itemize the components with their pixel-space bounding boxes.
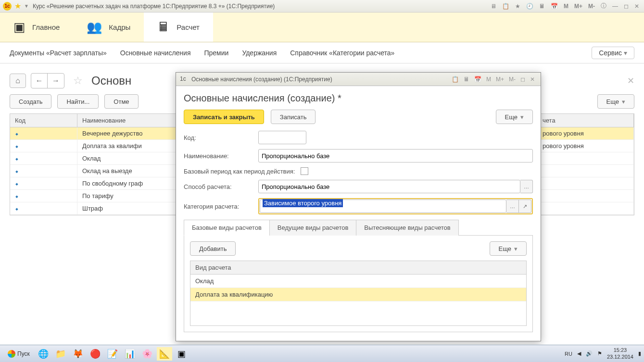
minimize-icon[interactable]: — — [610, 3, 620, 10]
cancel-button[interactable]: Отме — [104, 94, 138, 109]
nav-kadry[interactable]: 👥 Кадры — [73, 12, 144, 42]
taskbar-app-icon[interactable]: 📝 — [105, 347, 120, 361]
row-cat — [538, 202, 634, 214]
toolbar-icon[interactable]: 📅 — [549, 3, 560, 10]
taskbar-app-icon[interactable]: 🌸 — [139, 347, 155, 361]
toolbar-icon[interactable]: ★ — [513, 3, 522, 10]
clock[interactable]: 15:23 23.12.2014 — [607, 347, 633, 360]
method-input[interactable] — [258, 180, 520, 193]
volume-icon[interactable]: 🔊 — [586, 350, 593, 357]
taskbar-app-icon[interactable]: 📁 — [53, 347, 68, 361]
more-button[interactable]: Еще — [490, 241, 527, 256]
grid-spacer — [190, 301, 526, 325]
select-button[interactable]: … — [520, 180, 533, 193]
inner-grid-row[interactable]: Доплата за квалификацию — [190, 288, 526, 301]
language-indicator[interactable]: RU — [565, 351, 572, 357]
dialog-tabs: Базовые виды расчетов Ведущие виды расче… — [184, 219, 533, 236]
m-button[interactable]: M — [562, 3, 570, 10]
taskbar-app-icon[interactable]: 🔴 — [88, 347, 103, 361]
toolbar-icon[interactable]: 🖥 — [489, 3, 498, 10]
row-cat — [538, 177, 634, 189]
m-plus-button[interactable]: M+ — [572, 3, 584, 10]
home-button[interactable]: ⌂ — [10, 74, 26, 88]
subnav-item[interactable]: Справочник «Категории расчета» — [290, 49, 394, 57]
nav-label: Расчет — [177, 23, 200, 31]
page-close-icon[interactable]: ✕ — [627, 75, 634, 86]
m-button[interactable]: M — [484, 76, 493, 83]
toolbar-icon[interactable]: 🕘 — [524, 3, 535, 10]
favorite-star-icon[interactable]: ★ — [14, 1, 21, 11]
app-title: Курс «Решение расчетных задач на платфор… — [33, 3, 489, 10]
save-close-button[interactable]: Записать и закрыть — [184, 110, 264, 124]
back-button[interactable]: ← — [31, 74, 48, 88]
subnav-item[interactable]: Документы «Расчет зарплаты» — [10, 49, 107, 57]
tab-base[interactable]: Базовые виды расчетов — [184, 220, 270, 236]
dropdown-icon[interactable]: ▼ — [24, 3, 29, 9]
m-plus-button[interactable]: M+ — [494, 76, 506, 83]
col-cat[interactable]: чета — [538, 114, 634, 127]
toolbar-icon[interactable]: 📋 — [450, 76, 461, 83]
name-input[interactable] — [258, 149, 533, 162]
inner-grid-row[interactable]: Оклад — [190, 275, 526, 288]
nav-label: Кадры — [109, 23, 130, 31]
clock-date: 23.12.2014 — [607, 354, 633, 360]
subnav-item[interactable]: Основные начисления — [120, 49, 191, 57]
code-input[interactable] — [258, 131, 306, 144]
maximize-icon[interactable]: ◻ — [518, 76, 527, 83]
toolbar-icon[interactable]: 📋 — [500, 3, 511, 10]
toolbar-icon[interactable]: 🖩 — [537, 3, 547, 10]
select-button[interactable]: … — [506, 200, 519, 213]
dialog-heading: Основные начисления (создание) * — [184, 93, 533, 104]
taskbar-app-icon[interactable]: ▣ — [174, 347, 189, 361]
taskbar-app-icon[interactable]: 🌐 — [36, 347, 51, 361]
taskbar-app-icon[interactable]: 🦊 — [70, 347, 86, 361]
more-button[interactable]: Еще — [597, 94, 634, 109]
close-icon[interactable]: ✕ — [632, 3, 641, 10]
close-icon[interactable]: ✕ — [528, 76, 537, 83]
start-button[interactable]: Пуск — [3, 349, 35, 359]
base-period-checkbox[interactable] — [301, 167, 308, 175]
tab-leading[interactable]: Ведущие виды расчетов — [269, 220, 357, 236]
inner-grid-header[interactable]: Вид расчета — [190, 261, 526, 275]
form-row-code: Код: — [184, 131, 533, 144]
maximize-icon[interactable]: ◻ — [622, 3, 631, 10]
find-button[interactable]: Найти... — [57, 94, 99, 109]
system-tray: RU ◀ 🔊 ⚑ 15:23 23.12.2014 ▮ — [565, 347, 641, 360]
taskbar-app-icon[interactable]: 📊 — [122, 347, 138, 361]
dialog-logo-icon: 1c — [180, 75, 188, 83]
row-icon: ⬥ — [10, 202, 77, 214]
forward-button[interactable]: → — [48, 74, 64, 88]
tab-displacing[interactable]: Вытесняющие виды расчетов — [356, 220, 458, 236]
row-cat — [538, 165, 634, 177]
nav-main[interactable]: ▣ Главное — [0, 12, 73, 42]
row-icon: ⬥ — [10, 152, 77, 164]
tab-content: Добавить Еще Вид расчета Оклад Доплата з… — [184, 236, 533, 332]
create-button[interactable]: Создать — [10, 94, 51, 109]
taskbar-app-icon[interactable]: 📐 — [157, 347, 172, 361]
start-label: Пуск — [17, 350, 30, 357]
sub-nav: Документы «Расчет зарплаты» Основные нач… — [0, 42, 644, 63]
col-code[interactable]: Код — [10, 114, 77, 127]
save-button[interactable]: Записать — [271, 110, 316, 124]
toolbar-icon[interactable]: 🖩 — [462, 76, 471, 83]
m-minus-button[interactable]: M- — [586, 3, 597, 10]
main-nav: ▣ Главное 👥 Кадры 🖩 Расчет — [0, 12, 644, 42]
open-button[interactable]: ↗ — [519, 200, 531, 213]
subnav-item[interactable]: Удержания — [242, 49, 277, 57]
row-icon: ⬥ — [10, 190, 77, 202]
taskbar: Пуск 🌐 📁 🦊 🔴 📝 📊 🌸 📐 ▣ RU ◀ 🔊 ⚑ 15:23 23… — [0, 345, 644, 362]
tray-icon[interactable]: ⚑ — [597, 350, 602, 357]
help-icon[interactable]: ⓘ — [599, 2, 608, 10]
show-desktop-icon[interactable]: ▮ — [638, 350, 641, 357]
clock-time: 15:23 — [607, 347, 633, 353]
row-cat: рового уровня — [538, 127, 634, 139]
add-button[interactable]: Добавить — [190, 241, 236, 256]
toolbar-icon[interactable]: 📅 — [472, 76, 483, 83]
more-button[interactable]: Еще — [496, 110, 533, 124]
nav-raschet[interactable]: 🖩 Расчет — [144, 12, 213, 42]
subnav-item[interactable]: Премии — [204, 49, 228, 57]
service-dropdown[interactable]: Сервис — [592, 47, 634, 59]
page-favorite-icon[interactable]: ☆ — [73, 75, 83, 87]
tray-icon[interactable]: ◀ — [577, 350, 581, 357]
m-minus-button[interactable]: M- — [507, 76, 518, 83]
